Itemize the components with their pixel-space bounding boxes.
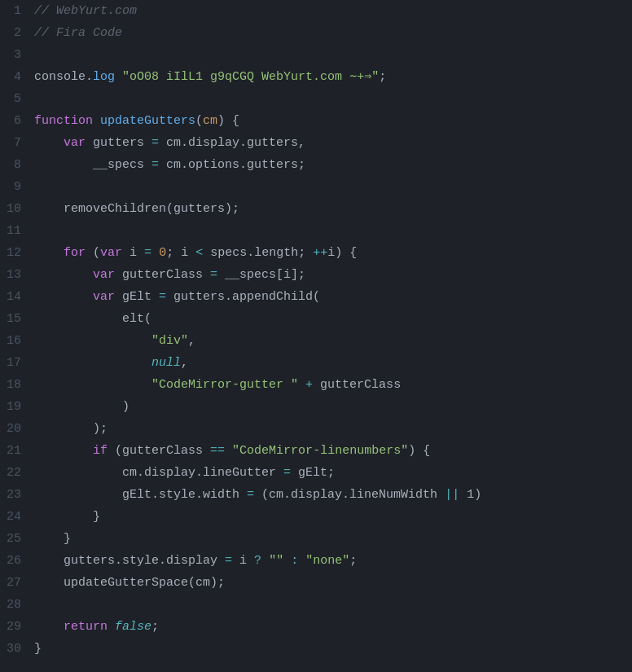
line-code	[34, 220, 632, 242]
line-code: )	[34, 396, 632, 418]
token-string: "none"	[305, 554, 349, 568]
line-code: }	[34, 528, 632, 550]
token-plain: (cm.display.lineNumWidth	[254, 488, 445, 502]
line-number: 23	[0, 484, 34, 506]
token-plain: ) {	[408, 444, 430, 458]
line-number: 1	[0, 0, 34, 22]
line-number: 13	[0, 264, 34, 286]
token-plain	[34, 268, 93, 282]
line-number: 25	[0, 528, 34, 550]
line: 6function updateGutters(cm) {	[0, 110, 632, 132]
line-number: 14	[0, 286, 34, 308]
token-plain: specs.length;	[203, 246, 313, 260]
token-plain: gutters.appendChild(	[166, 290, 320, 304]
token-plain	[108, 620, 115, 634]
line: 19 )	[0, 396, 632, 418]
token-plain: cm.display.lineGutter	[34, 466, 283, 480]
line: 30}	[0, 638, 632, 660]
token-plain	[151, 246, 159, 260]
line-number: 12	[0, 242, 34, 264]
token-plain: updateGutterSpace(cm);	[34, 576, 225, 590]
token-plain: ,	[181, 356, 188, 370]
line-code: function updateGutters(cm) {	[34, 110, 632, 132]
token-plain: cm.display.gutters,	[159, 136, 305, 150]
line-code: gutters.style.display = i ? "" : "none";	[34, 550, 632, 572]
line-number: 21	[0, 440, 34, 462]
token-string: ""	[269, 554, 283, 568]
token-plain	[34, 290, 93, 304]
line-number: 6	[0, 110, 34, 132]
token-plain	[115, 70, 122, 84]
token-string: "CodeMirror-gutter "	[151, 378, 298, 392]
line-code: );	[34, 418, 632, 440]
line: 7 var gutters = cm.display.gutters,	[0, 132, 632, 154]
token-plain: ;	[151, 620, 159, 634]
line: 27 updateGutterSpace(cm);	[0, 572, 632, 594]
token-operator: =	[283, 466, 291, 480]
token-operator: =	[159, 290, 166, 304]
token-plain: ;	[349, 554, 357, 568]
token-operator: =	[210, 268, 217, 282]
token-function-name: updateGutters	[100, 114, 195, 128]
line-number: 5	[0, 88, 34, 110]
line-code: gElt.style.width = (cm.display.lineNumWi…	[34, 484, 632, 506]
line-code: "CodeMirror-gutter " + gutterClass	[34, 374, 632, 396]
line: 22 cm.display.lineGutter = gElt;	[0, 462, 632, 484]
token-keyword: if	[93, 444, 108, 458]
token-keyword: var	[93, 268, 115, 282]
token-plain	[34, 136, 64, 150]
token-operator: ||	[445, 488, 459, 502]
token-plain: .	[86, 70, 93, 84]
line: 29 return false;	[0, 616, 632, 638]
line-code: var gutterClass = __specs[i];	[34, 264, 632, 286]
token-plain	[298, 554, 305, 568]
token-plain	[34, 246, 64, 260]
line: 17 null,	[0, 352, 632, 374]
token-operator: ==	[210, 444, 225, 458]
token-plain	[34, 620, 64, 634]
line: 2// Fira Code	[0, 22, 632, 44]
line-number: 20	[0, 418, 34, 440]
line-number: 11	[0, 220, 34, 242]
token-plain: (	[86, 246, 100, 260]
token-plain: gElt;	[291, 466, 335, 480]
line-number: 15	[0, 308, 34, 330]
line: 12 for (var i = 0; i < specs.length; ++i…	[0, 242, 632, 264]
line-number: 30	[0, 638, 34, 660]
token-string: "div"	[151, 334, 188, 348]
line-code: var gElt = gutters.appendChild(	[34, 286, 632, 308]
token-plain: cm.options.gutters;	[159, 158, 305, 172]
token-plain: }	[34, 642, 42, 656]
token-plain: ;	[379, 70, 386, 84]
token-comment: // Fira Code	[34, 26, 122, 40]
token-plain: gutters.style.display	[34, 554, 225, 568]
line-number: 22	[0, 462, 34, 484]
token-plain: )	[34, 400, 129, 414]
line: 9	[0, 176, 632, 198]
line-code	[34, 88, 632, 110]
token-bool-val: false	[115, 620, 151, 634]
token-method: log	[93, 70, 115, 84]
line-code: // Fira Code	[34, 22, 632, 44]
line: 10 removeChildren(gutters);	[0, 198, 632, 220]
line: 26 gutters.style.display = i ? "" : "non…	[0, 550, 632, 572]
token-number: 0	[159, 246, 166, 260]
line-code: "div",	[34, 330, 632, 352]
token-plain	[34, 444, 93, 458]
token-plain: gutterClass	[115, 268, 210, 282]
token-keyword: var	[100, 246, 122, 260]
line: 14 var gElt = gutters.appendChild(	[0, 286, 632, 308]
line: 21 if (gutterClass == "CodeMirror-linenu…	[0, 440, 632, 462]
token-operator: =	[151, 158, 159, 172]
token-plain: (	[195, 114, 203, 128]
token-operator: =	[144, 246, 151, 260]
line-code: __specs = cm.options.gutters;	[34, 154, 632, 176]
token-plain	[261, 554, 269, 568]
line-code: var gutters = cm.display.gutters,	[34, 132, 632, 154]
line-number: 18	[0, 374, 34, 396]
token-plain: ,	[188, 334, 195, 348]
token-plain: elt(	[34, 312, 151, 326]
line-code: if (gutterClass == "CodeMirror-linenumbe…	[34, 440, 632, 462]
line-number: 4	[0, 66, 34, 88]
line: 23 gElt.style.width = (cm.display.lineNu…	[0, 484, 632, 506]
